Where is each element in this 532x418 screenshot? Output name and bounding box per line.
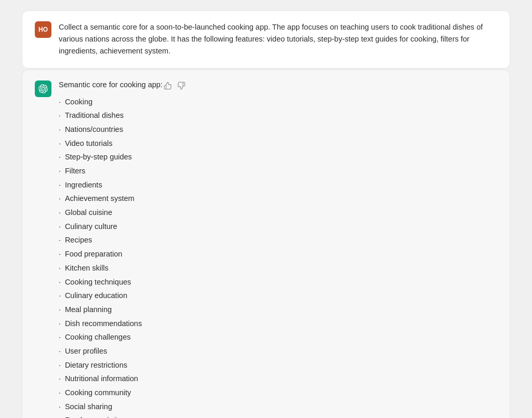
list-item: ·Cooking techniques [59, 275, 187, 289]
bullet-icon: · [59, 290, 61, 302]
bullet-icon: · [59, 152, 61, 163]
user-avatar-label: HO [38, 26, 48, 33]
list-item-text: User profiles [65, 345, 107, 357]
list-item-text: Meal planning [65, 304, 112, 315]
bullet-icon: · [59, 277, 61, 288]
list-item: ·Global cuisine [59, 206, 187, 220]
list-item: ·Culinary education [59, 289, 187, 303]
list-item-text: Food preparation [65, 248, 122, 260]
list-item: ·Achievement system [59, 192, 187, 206]
bullet-icon: · [59, 373, 61, 385]
assistant-avatar [35, 80, 51, 97]
bullet-icon: · [59, 193, 61, 205]
list-item-text: Dietary restrictions [65, 359, 127, 371]
list-item-text: Kitchen skills [65, 262, 109, 274]
chat-container: HO Collect a semantic core for a soon-to… [22, 10, 510, 418]
list-item: ·Nutritional information [59, 372, 187, 386]
list-item: ·Video tutorials [59, 137, 187, 151]
bullet-icon: · [59, 124, 61, 136]
list-item: ·Food preparation [59, 247, 187, 261]
list-item-text: Cooking [65, 96, 92, 107]
list-item: ·Filters [59, 164, 187, 178]
list-item: ·Recipes [59, 233, 187, 247]
list-item-text: Nations/countries [65, 124, 123, 135]
list-item-text: Dish recommendations [65, 318, 142, 329]
user-message-content: Collect a semantic core for a soon-to-be… [59, 21, 497, 58]
bullet-icon: · [59, 97, 61, 108]
bullet-icon: · [59, 221, 61, 233]
list-item-text: Nutritional information [65, 373, 138, 384]
assistant-message-block: Semantic core for cooking app: [22, 70, 510, 418]
list-item-text: Achievement system [65, 193, 135, 204]
bullet-icon: · [59, 138, 61, 150]
list-item: ·Cooking challenges [59, 330, 187, 344]
list-item-text: Cooking techniques [65, 276, 131, 288]
list-item-text: Recipes [65, 234, 92, 246]
bullet-icon: · [59, 180, 61, 191]
list-item: ·Ingredients [59, 178, 187, 192]
list-item-text: Video tutorials [65, 138, 113, 149]
list-item-text: Food appreciation [65, 414, 125, 418]
semantic-list: ·Cooking·Traditional dishes·Nations/coun… [59, 95, 187, 418]
thumbs-up-icon[interactable] [163, 80, 173, 93]
assistant-header: Semantic core for cooking app: [59, 80, 187, 95]
assistant-body: Semantic core for cooking app: [35, 80, 187, 418]
assistant-title: Semantic core for cooking app: [59, 80, 163, 89]
bullet-icon: · [59, 318, 61, 330]
bullet-icon: · [59, 263, 61, 274]
list-item: ·Dish recommendations [59, 317, 187, 331]
feedback-icons [163, 80, 187, 93]
list-item: ·Kitchen skills [59, 261, 187, 275]
user-message-block: HO Collect a semantic core for a soon-to… [22, 10, 510, 69]
user-avatar: HO [35, 21, 51, 38]
list-item-text: Social sharing [65, 401, 112, 412]
list-item: ·Dietary restrictions [59, 358, 187, 372]
bullet-icon: · [59, 249, 61, 260]
thumbs-down-icon[interactable] [176, 80, 187, 93]
list-item-text: Global cuisine [65, 207, 112, 218]
list-item-text: Cooking challenges [65, 331, 131, 343]
list-item-text: Filters [65, 165, 85, 177]
list-item-text: Step-by-step guides [65, 151, 132, 163]
bullet-icon: · [59, 304, 61, 316]
list-item-text: Traditional dishes [65, 110, 124, 121]
list-item: ·Culinary culture [59, 220, 187, 234]
list-item: ·Meal planning [59, 303, 187, 317]
bullet-icon: · [59, 166, 61, 177]
list-item-text: Culinary education [65, 290, 127, 301]
bullet-icon: · [59, 415, 61, 418]
list-item: ·Cooking community [59, 386, 187, 400]
list-item: ·User profiles [59, 344, 187, 358]
assistant-message-content: Semantic core for cooking app: [59, 80, 187, 418]
bullet-icon: · [59, 360, 61, 371]
list-item: ·Traditional dishes [59, 109, 187, 123]
bullet-icon: · [59, 332, 61, 343]
bullet-icon: · [59, 387, 61, 399]
list-item: ·Nations/countries [59, 123, 187, 137]
list-item-text: Culinary culture [65, 221, 117, 232]
bullet-icon: · [59, 110, 61, 122]
assistant-avatar-icon [38, 84, 48, 93]
list-item: ·Food appreciation [59, 413, 187, 418]
list-item: ·Step-by-step guides [59, 150, 187, 164]
list-item-text: Cooking community [65, 387, 131, 398]
list-item: ·Social sharing [59, 400, 187, 414]
bullet-icon: · [59, 401, 61, 413]
user-message-text: Collect a semantic core for a soon-to-be… [59, 21, 497, 58]
list-item-text: Ingredients [65, 179, 102, 191]
bullet-icon: · [59, 235, 61, 246]
bullet-icon: · [59, 346, 61, 357]
bullet-icon: · [59, 207, 61, 219]
list-item: ·Cooking [59, 95, 187, 109]
